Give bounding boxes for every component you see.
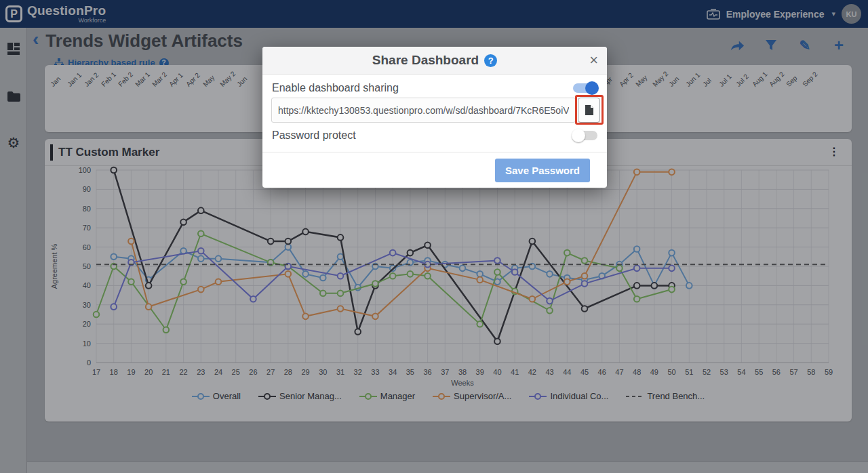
toggle-knob: [572, 129, 585, 142]
copy-icon: [585, 104, 594, 116]
modal-footer: Save Password: [262, 152, 607, 188]
modal-title: Share Dashboard: [372, 53, 479, 68]
password-protect-label: Password protect: [272, 129, 356, 142]
enable-sharing-label: Enable dashboard sharing: [272, 82, 399, 94]
share-dashboard-modal: Share Dashboard ? × Enable dashboard sha…: [262, 47, 607, 188]
save-password-button[interactable]: Save Password: [495, 159, 590, 182]
modal-help-icon[interactable]: ?: [484, 54, 497, 67]
modal-header: Share Dashboard ? ×: [262, 47, 607, 75]
enable-sharing-toggle[interactable]: [573, 83, 597, 93]
app-screen: P QuestionPro Workforce Employee Experie…: [0, 0, 868, 473]
close-icon[interactable]: ×: [589, 52, 598, 68]
toggle-knob: [585, 81, 599, 95]
password-protect-toggle[interactable]: [573, 131, 597, 140]
share-url-input[interactable]: [271, 98, 576, 123]
copy-url-button[interactable]: [578, 98, 600, 123]
